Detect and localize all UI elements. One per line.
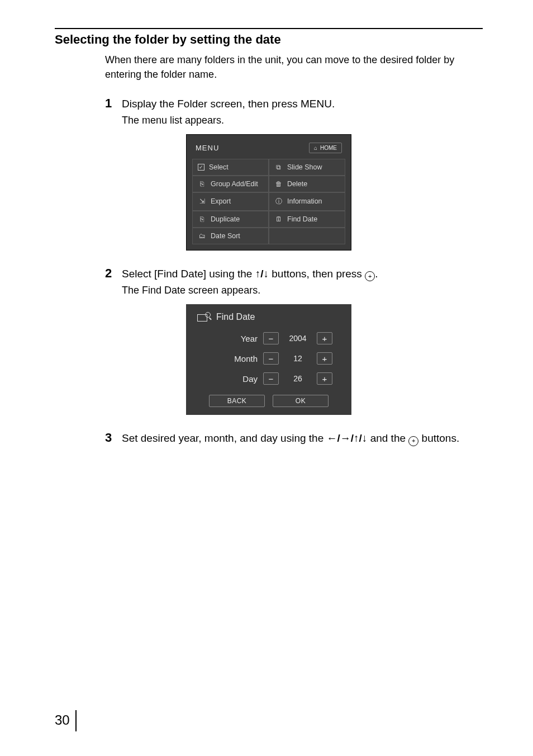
month-label: Month [218,354,258,363]
menu-item-label: Date Sort [211,232,240,240]
step-sub-1: The menu list appears. [122,115,483,126]
menu-item-label: Export [211,197,231,205]
menu-item-empty [269,228,345,244]
step-2: 2 Select [Find Date] using the ↑/↓ butto… [105,266,483,282]
ok-button[interactable]: OK [273,395,329,407]
year-plus-button[interactable]: + [317,332,332,344]
month-value: 12 [284,354,311,363]
menu-item-label: Slide Show [287,163,322,171]
slideshow-icon: ⧉ [274,163,283,171]
group-icon: ⎘ [198,180,206,188]
menu-item-label: Duplicate [211,215,240,223]
month-row: Month − 12 + [194,352,332,365]
menu-item-label: Select [209,163,229,171]
year-minus-button[interactable]: − [263,332,279,344]
info-icon: ⓘ [274,197,283,206]
calendar-search-icon: 🗓 [274,215,283,223]
day-row: Day − 26 + [194,372,332,385]
duplicate-icon: ⎘ [198,215,206,223]
day-value: 26 [284,374,311,383]
step-number-3: 3 [105,431,122,445]
enter-button-icon: + [365,271,375,281]
intro-text: When there are many folders in the unit,… [105,53,483,82]
year-row: Year − 2004 + [194,332,332,344]
step-number-1: 1 [105,96,122,111]
step-sub-2: The Find Date screen appears. [122,285,483,296]
menu-item-finddate[interactable]: 🗓 Find Date [269,211,345,228]
menu-item-label: Find Date [287,215,317,223]
menu-item-select[interactable]: ✓ Select [192,159,269,176]
find-date-title: Find Date [216,312,255,322]
menu-item-export[interactable]: ⇲ Export [192,192,269,211]
step-text-2: Select [Find Date] using the ↑/↓ buttons… [122,267,378,282]
menu-item-group[interactable]: ⎘ Group Add/Edit [192,176,269,192]
export-icon: ⇲ [198,197,206,205]
day-minus-button[interactable]: − [263,372,279,385]
arrows-up-down-icon: ↑/↓ [255,268,269,280]
menu-item-label: Information [287,197,322,205]
arrows-4way-icon: ←/→/↑/↓ [327,432,368,444]
menu-title: MENU [196,144,219,152]
step-1: 1 Display the Folder screen, then press … [105,96,483,111]
page-number: 30 [55,710,77,731]
menu-item-label: Group Add/Edit [211,180,258,188]
step-text-1: Display the Folder screen, then press ME… [122,97,335,111]
menu-item-slideshow[interactable]: ⧉ Slide Show [269,159,345,176]
year-label: Year [218,334,258,343]
month-plus-button[interactable]: + [317,352,332,365]
calendar-search-icon [197,312,211,322]
day-label: Day [218,374,258,384]
menu-item-label: Delete [287,180,307,188]
home-label: HOME [320,145,337,151]
year-value: 2004 [284,334,311,343]
menu-item-duplicate[interactable]: ⎘ Duplicate [192,211,269,228]
day-plus-button[interactable]: + [317,372,332,385]
month-minus-button[interactable]: − [263,352,279,365]
menu-item-datesort[interactable]: 🗂 Date Sort [192,228,269,244]
step-number-2: 2 [105,266,122,281]
home-button[interactable]: ⌂ HOME [309,143,342,153]
back-button[interactable]: BACK [209,395,265,407]
menu-item-information[interactable]: ⓘ Information [269,192,345,211]
menu-panel: MENU ⌂ HOME ✓ Select ⧉ Slide Show ⎘ Grou… [186,134,351,251]
trash-icon: 🗑 [274,180,283,188]
enter-button-icon: + [408,436,418,446]
check-icon: ✓ [198,164,204,171]
home-icon: ⌂ [314,145,317,151]
step-text-3: Set desired year, month, and day using t… [122,431,459,446]
menu-item-delete[interactable]: 🗑 Delete [269,176,345,192]
step-3: 3 Set desired year, month, and day using… [105,431,483,446]
find-date-panel: Find Date Year − 2004 + Month − 12 + Day… [186,304,351,415]
sort-icon: 🗂 [198,232,206,240]
section-title: Selecting the folder by setting the date [55,32,483,47]
